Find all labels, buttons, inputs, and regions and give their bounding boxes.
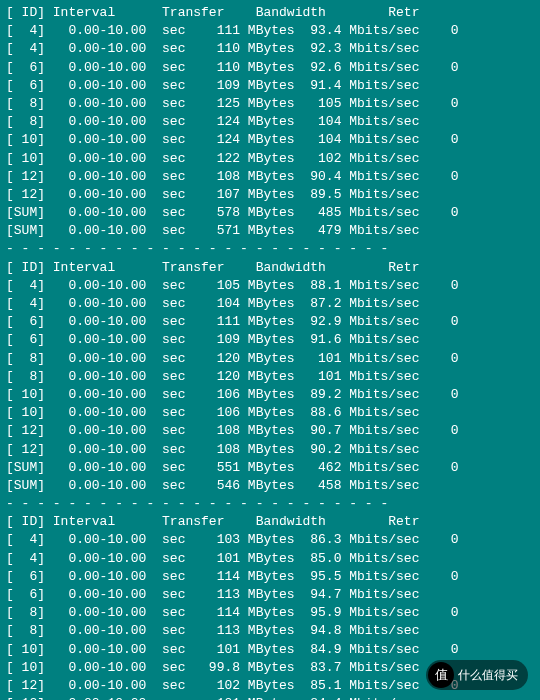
data-row: [ 6] 0.00-10.00 sec 109 MBytes 91.6 Mbit…: [6, 331, 534, 349]
watermark-badge: 值 什么值得买: [426, 660, 528, 690]
data-row: [ 10] 0.00-10.00 sec 101 MBytes 84.9 Mbi…: [6, 641, 534, 659]
data-row: [ 8] 0.00-10.00 sec 120 MBytes 101 Mbits…: [6, 350, 534, 368]
data-row: [ 8] 0.00-10.00 sec 114 MBytes 95.9 Mbit…: [6, 604, 534, 622]
data-row: [ 12] 0.00-10.00 sec 108 MBytes 90.7 Mbi…: [6, 422, 534, 440]
data-row: [ 4] 0.00-10.00 sec 104 MBytes 87.2 Mbit…: [6, 295, 534, 313]
data-row: [ 6] 0.00-10.00 sec 114 MBytes 95.5 Mbit…: [6, 568, 534, 586]
separator: - - - - - - - - - - - - - - - - - - - - …: [6, 240, 534, 258]
watermark-icon: 值: [428, 662, 454, 688]
data-row: [ 8] 0.00-10.00 sec 113 MBytes 94.8 Mbit…: [6, 622, 534, 640]
header-row: [ ID] Interval Transfer Bandwidth Retr: [6, 4, 534, 22]
data-row: [ 8] 0.00-10.00 sec 120 MBytes 101 Mbits…: [6, 368, 534, 386]
data-row: [ 6] 0.00-10.00 sec 111 MBytes 92.9 Mbit…: [6, 313, 534, 331]
data-row: [ 4] 0.00-10.00 sec 103 MBytes 86.3 Mbit…: [6, 531, 534, 549]
data-row: [SUM] 0.00-10.00 sec 578 MBytes 485 Mbit…: [6, 204, 534, 222]
separator: - - - - - - - - - - - - - - - - - - - - …: [6, 495, 534, 513]
data-row: [ 10] 0.00-10.00 sec 122 MBytes 102 Mbit…: [6, 150, 534, 168]
data-row: [ 6] 0.00-10.00 sec 110 MBytes 92.6 Mbit…: [6, 59, 534, 77]
data-row: [SUM] 0.00-10.00 sec 571 MBytes 479 Mbit…: [6, 222, 534, 240]
data-row: [ 12] 0.00-10.00 sec 107 MBytes 89.5 Mbi…: [6, 186, 534, 204]
data-row: [ 10] 0.00-10.00 sec 124 MBytes 104 Mbit…: [6, 131, 534, 149]
data-row: [ 4] 0.00-10.00 sec 110 MBytes 92.3 Mbit…: [6, 40, 534, 58]
data-row: [SUM] 0.00-10.00 sec 546 MBytes 458 Mbit…: [6, 477, 534, 495]
data-row: [ 6] 0.00-10.00 sec 113 MBytes 94.7 Mbit…: [6, 586, 534, 604]
terminal-output: [ ID] Interval Transfer Bandwidth Retr[ …: [6, 4, 534, 700]
data-row: [ 12] 0.00-10.00 sec 108 MBytes 90.2 Mbi…: [6, 441, 534, 459]
data-row: [ 8] 0.00-10.00 sec 125 MBytes 105 Mbits…: [6, 95, 534, 113]
data-row: [ 6] 0.00-10.00 sec 109 MBytes 91.4 Mbit…: [6, 77, 534, 95]
header-row: [ ID] Interval Transfer Bandwidth Retr: [6, 259, 534, 277]
data-row: [ 4] 0.00-10.00 sec 101 MBytes 85.0 Mbit…: [6, 550, 534, 568]
data-row: [ 4] 0.00-10.00 sec 105 MBytes 88.1 Mbit…: [6, 277, 534, 295]
header-row: [ ID] Interval Transfer Bandwidth Retr: [6, 513, 534, 531]
data-row: [ 8] 0.00-10.00 sec 124 MBytes 104 Mbits…: [6, 113, 534, 131]
data-row: [SUM] 0.00-10.00 sec 551 MBytes 462 Mbit…: [6, 459, 534, 477]
data-row: [ 10] 0.00-10.00 sec 106 MBytes 88.6 Mbi…: [6, 404, 534, 422]
watermark-text: 什么值得买: [458, 667, 518, 684]
data-row: [ 12] 0.00-10.00 sec 108 MBytes 90.4 Mbi…: [6, 168, 534, 186]
data-row: [ 4] 0.00-10.00 sec 111 MBytes 93.4 Mbit…: [6, 22, 534, 40]
data-row: [ 10] 0.00-10.00 sec 106 MBytes 89.2 Mbi…: [6, 386, 534, 404]
data-row: [ 12] 0.00-10.00 sec 101 MBytes 84.4 Mbi…: [6, 695, 534, 700]
